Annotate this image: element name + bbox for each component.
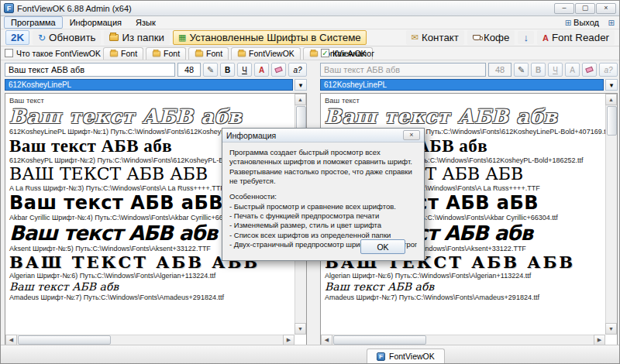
scroll-right-button[interactable]: ▶ bbox=[283, 335, 294, 345]
font-name-dropdown-button[interactable]: ▾ bbox=[294, 79, 307, 91]
whatis-label[interactable]: Что такое FontViewOK bbox=[16, 49, 101, 58]
vertical-scrollbar[interactable]: ▲ ▼ bbox=[605, 94, 617, 335]
dialog-close-button[interactable]: × bbox=[403, 130, 420, 140]
edit-button[interactable]: ✎ bbox=[203, 63, 218, 77]
font-color-button[interactable]: A bbox=[565, 63, 580, 77]
installed-fonts-button[interactable]: ▦ Установленные Шрифты в Системе bbox=[173, 30, 367, 45]
refresh-button[interactable]: ↻ Обновить bbox=[33, 30, 101, 45]
maximize-button[interactable]: ▢ bbox=[575, 3, 595, 14]
font-list-item[interactable]: Ваш текст АБВ абвAmadeus Шрифт-№:7) Путь… bbox=[9, 281, 291, 301]
tab-font-1[interactable]: Font bbox=[103, 47, 143, 60]
contact-label: Контакт bbox=[422, 32, 459, 43]
installed-fonts-label: Установленные Шрифты в Системе bbox=[189, 32, 360, 43]
font-list-item[interactable]: Ваш текст АБВ абвAmadeus Шрифт-№:7) Путь… bbox=[325, 281, 601, 301]
zoom-2k-button[interactable]: 2K bbox=[5, 30, 29, 45]
title-bar: F FontViewOK 6.88 Admin (x64) – ▢ × bbox=[1, 1, 619, 16]
underline-button[interactable]: Ч bbox=[237, 63, 252, 77]
folder-icon bbox=[153, 50, 160, 57]
analog-label: Как Аналог bbox=[332, 49, 374, 58]
menu-information[interactable]: Информация bbox=[63, 16, 129, 29]
dialog-paragraph: Программа создает быстрый просмотр всех … bbox=[229, 148, 417, 186]
app-window: F FontViewOK 6.88 Admin (x64) – ▢ × Прог… bbox=[0, 0, 620, 364]
dialog-body: Программа создает быстрый просмотр всех … bbox=[222, 143, 424, 249]
eraser-icon bbox=[274, 67, 283, 74]
list-header: Ваш текст bbox=[325, 96, 601, 105]
features-title: Особенности: bbox=[229, 192, 417, 201]
analog-checkbox[interactable]: ✓ bbox=[321, 49, 329, 57]
horizontal-scrollbar[interactable]: ◀ ▶ bbox=[5, 335, 294, 345]
bold-button[interactable]: B bbox=[531, 63, 546, 77]
from-folder-button[interactable]: Из папки bbox=[104, 30, 170, 45]
folder-icon bbox=[310, 50, 318, 57]
sample-text-input[interactable]: Ваш текст АБВ абв bbox=[320, 63, 486, 77]
refresh-label: Обновить bbox=[49, 32, 95, 43]
contact-button[interactable]: ✉ Контакт bbox=[406, 30, 464, 45]
tab-font-3[interactable]: Font bbox=[188, 47, 229, 60]
tab-font-2[interactable]: Font bbox=[146, 47, 186, 60]
font-reader-button[interactable]: A Font Reader bbox=[537, 30, 615, 45]
tab-row: Что такое FontViewOK Font Font Font Font… bbox=[1, 46, 619, 60]
scrollbar-thumb[interactable] bbox=[18, 335, 111, 345]
font-info-button[interactable]: a? bbox=[288, 63, 307, 77]
scroll-down-button[interactable]: ▼ bbox=[294, 323, 306, 335]
scroll-up-button[interactable]: ▲ bbox=[605, 94, 617, 105]
letter-a-icon: A bbox=[542, 33, 549, 43]
eraser-button[interactable] bbox=[271, 63, 286, 77]
whatis-checkbox[interactable] bbox=[5, 49, 13, 57]
window-title: FontViewOK 6.88 Admin (x64) bbox=[17, 4, 132, 13]
eraser-icon bbox=[585, 67, 594, 74]
status-bar: F FontViewOK bbox=[1, 345, 619, 363]
scroll-up-button[interactable]: ▲ bbox=[294, 94, 306, 105]
font-name-field[interactable]: 612KosheyLinePL bbox=[320, 79, 604, 91]
bold-button[interactable]: B bbox=[220, 63, 235, 77]
feature-item: - Быстрый просмотр и сравнение всех шриф… bbox=[229, 202, 417, 211]
coffee-button[interactable]: Кофе bbox=[467, 30, 515, 45]
sample-text-input[interactable]: Ваш текст АБВ абв bbox=[5, 63, 175, 77]
coffee-label: Кофе bbox=[484, 32, 510, 43]
eraser-button[interactable] bbox=[582, 63, 597, 77]
font-info-button[interactable]: a? bbox=[599, 63, 618, 77]
font-reader-label: Font Reader bbox=[552, 32, 609, 43]
toolbar: 2K ↻ Обновить Из папки ▦ Установленные Ш… bbox=[1, 29, 619, 46]
font-name-field[interactable]: 612KosheyLinePL bbox=[5, 79, 293, 91]
scroll-left-button[interactable]: ◀ bbox=[5, 335, 17, 345]
folder-icon bbox=[195, 50, 203, 57]
scroll-left-button[interactable]: ◀ bbox=[321, 335, 332, 345]
analog-checkbox-row[interactable]: ✓ Как Аналог bbox=[321, 49, 374, 58]
scrollbar-thumb[interactable] bbox=[333, 335, 426, 345]
list-header: Ваш текст bbox=[9, 96, 291, 105]
font-name-dropdown-button[interactable]: ▾ bbox=[605, 79, 618, 91]
menu-exit-label: Выход bbox=[574, 18, 599, 27]
font-size-select[interactable]: 48 bbox=[488, 63, 512, 77]
right-input-row: Ваш текст АБВ абв 48 ✎ B Ч A a? bbox=[320, 62, 618, 77]
edit-button[interactable]: ✎ bbox=[514, 63, 529, 77]
scroll-right-button[interactable]: ▶ bbox=[594, 335, 605, 345]
horizontal-scrollbar[interactable]: ◀ ▶ bbox=[321, 335, 605, 345]
grid-icon: ▦ bbox=[178, 33, 186, 42]
statusbar-tab-label: FontViewOK bbox=[389, 352, 435, 361]
pencil-icon: ✎ bbox=[518, 65, 525, 75]
down-arrow-icon: ↓ bbox=[523, 33, 529, 43]
folder-icon bbox=[110, 50, 118, 57]
menu-exit[interactable]: ⊞ Выход bbox=[565, 18, 599, 27]
statusbar-fontviewok-tab[interactable]: F FontViewOK bbox=[367, 349, 445, 363]
font-color-button[interactable]: A bbox=[254, 63, 269, 77]
font-size-select[interactable]: 48 bbox=[177, 63, 201, 77]
tab-fontviewok-1[interactable]: FontViewOK bbox=[231, 47, 301, 60]
menu-language[interactable]: Язык bbox=[129, 16, 163, 29]
dialog-title-bar[interactable]: Информация × bbox=[222, 129, 424, 143]
scroll-down-button[interactable]: ▼ bbox=[605, 323, 617, 335]
scrollbar-thumb[interactable] bbox=[607, 106, 617, 136]
minimize-button[interactable]: – bbox=[554, 3, 574, 14]
underline-button[interactable]: Ч bbox=[548, 63, 563, 77]
menu-bar: Программа Информация Язык ⊞ Выход ⊞ bbox=[1, 16, 619, 29]
fontviewok-icon: F bbox=[377, 352, 385, 361]
ok-button[interactable]: OK bbox=[360, 239, 405, 254]
close-button[interactable]: × bbox=[596, 3, 616, 14]
folder-icon bbox=[109, 34, 119, 41]
download-button[interactable]: ↓ bbox=[518, 31, 534, 44]
coffee-cup-icon bbox=[473, 35, 480, 40]
feature-item: - Изменяемый размер, стиль и цвет шрифта bbox=[229, 221, 417, 230]
corner-grid-icon[interactable]: ⊞ bbox=[608, 19, 615, 27]
menu-program[interactable]: Программа bbox=[4, 16, 63, 29]
